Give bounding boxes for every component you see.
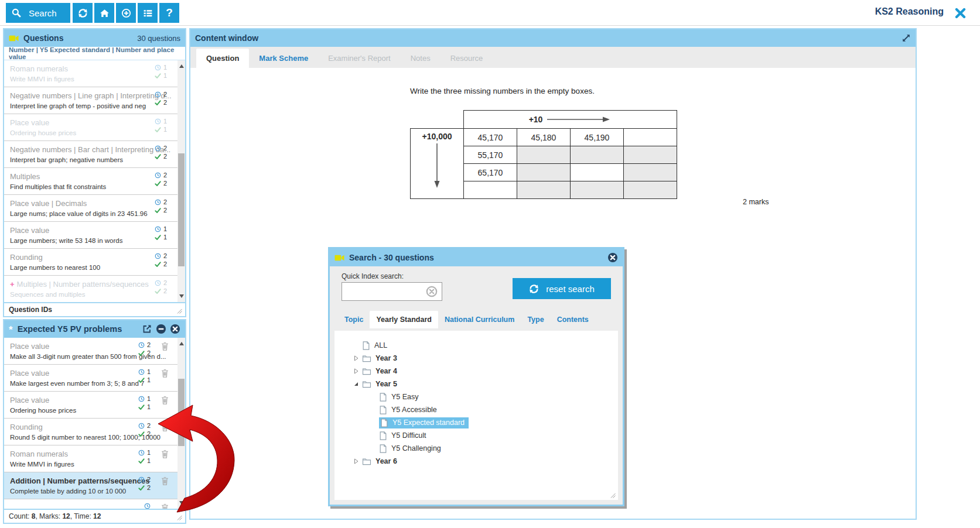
question-ids-label: Question IDs <box>9 306 52 314</box>
basket-list-item[interactable]: Roman numerals Write MMVI in figures 1 1 <box>4 445 177 472</box>
tab-contents[interactable]: Contents <box>551 311 595 328</box>
question-ids-bar[interactable]: Question IDs <box>4 302 185 316</box>
answer-box[interactable] <box>464 181 517 199</box>
questions-scrollbar[interactable] <box>177 60 185 302</box>
time-value: 2 <box>147 476 151 483</box>
tree-item-year-3[interactable]: Year 3 <box>334 352 618 365</box>
close-panel-icon[interactable] <box>170 324 180 334</box>
questions-panel: Questions 30 questions Number | Y5 Expec… <box>3 28 186 317</box>
tree-item-year-4[interactable]: Year 4 <box>334 365 618 378</box>
basket-list-item[interactable]: Place value Make largest even number fro… <box>4 365 177 392</box>
tree-item-y5-difficult[interactable]: Y5 Difficult <box>334 429 618 442</box>
question-title: Place value | Decimals <box>10 199 172 208</box>
question-list-item[interactable]: Roman numerals Write MMVI in figures 1 1 <box>4 60 177 87</box>
question-list-item[interactable]: Negative numbers | Bar chart | Interpret… <box>4 141 177 168</box>
time-icon <box>155 64 161 71</box>
answer-box[interactable] <box>624 129 677 146</box>
content-tabs: Question Mark Scheme Examiner's Report N… <box>190 47 916 68</box>
tree-item-all[interactable]: ALL <box>334 339 618 352</box>
scrollbar-thumb[interactable] <box>178 379 185 446</box>
basket-list-item[interactable]: Rounding Round 5 digit number to nearest… <box>4 419 177 445</box>
scrollbar-thumb[interactable] <box>178 153 185 266</box>
close-dialog-icon[interactable] <box>607 252 618 263</box>
chevron-right-icon[interactable] <box>353 458 362 465</box>
search-button[interactable]: Search <box>6 3 70 23</box>
tab-topic[interactable]: Topic <box>338 311 370 328</box>
time-value: 1 <box>147 395 151 402</box>
chevron-right-icon[interactable] <box>353 355 362 362</box>
delete-icon[interactable] <box>161 342 169 351</box>
chevron-down-icon[interactable] <box>353 380 362 388</box>
basket-list-item-selected[interactable]: Addition | Number patterns/sequences Com… <box>4 472 177 499</box>
expand-icon[interactable] <box>902 33 911 43</box>
marks-value: 2 <box>147 430 151 437</box>
content-window: Content window Question Mark Scheme Exam… <box>189 28 917 520</box>
basket-list-item[interactable]: Place value Make all 3-digit num greater… <box>4 338 177 365</box>
scroll-up-arrow[interactable] <box>179 64 184 68</box>
marks-icon <box>138 404 145 410</box>
basket-list-item-partial[interactable] <box>4 499 177 509</box>
time-value: 2 <box>163 91 167 98</box>
time-icon <box>138 396 145 402</box>
marks-value: 1 <box>163 72 167 79</box>
marks-value: 2 <box>163 260 167 268</box>
answer-box[interactable] <box>571 164 624 181</box>
tab-mark-scheme[interactable]: Mark Scheme <box>249 49 318 68</box>
tree-item-year-5[interactable]: Year 5 <box>334 378 618 390</box>
minimize-icon[interactable] <box>156 324 166 334</box>
time-icon <box>138 342 145 348</box>
delete-icon[interactable] <box>161 423 169 431</box>
open-in-window-icon[interactable] <box>142 324 152 334</box>
scroll-up-arrow[interactable] <box>179 342 184 345</box>
panel-icon <box>9 35 19 42</box>
question-list-item[interactable]: Negative numbers | Line graph | Interpre… <box>4 87 177 114</box>
refresh-button[interactable] <box>73 3 93 23</box>
tab-resource: Resource <box>441 49 493 68</box>
time-value: 2 <box>147 341 151 348</box>
delete-icon[interactable] <box>161 503 169 509</box>
star-icon: * <box>9 327 13 333</box>
basket-list-item[interactable]: Place value Ordering house prices 1 1 <box>4 392 177 419</box>
question-list-item[interactable]: Place value | Decimals Large nums; place… <box>4 195 177 222</box>
refresh-icon <box>78 8 88 18</box>
basket-panel-title: Expected Y5 PV problems <box>18 324 122 334</box>
tree-item-y5-easy[interactable]: Y5 Easy <box>334 390 618 403</box>
question-stats: 2 2 <box>155 198 167 214</box>
question-list-item[interactable]: Place value Large numbers; write 53 148 … <box>4 222 177 249</box>
help-button[interactable]: ? <box>159 3 179 23</box>
scroll-down-arrow[interactable] <box>179 501 184 505</box>
chevron-right-icon[interactable] <box>353 368 362 375</box>
question-list-item[interactable]: Multiples Find multiples that fit constr… <box>4 168 177 195</box>
question-list-item[interactable]: Rounding Large numbers to nearest 100 2 … <box>4 249 177 276</box>
search-button-label: Search <box>29 8 57 18</box>
tab-question[interactable]: Question <box>196 49 249 68</box>
delete-icon[interactable] <box>161 369 169 378</box>
question-list-item[interactable]: +Multiples | Number patterns/sequences S… <box>4 276 177 302</box>
resize-handle[interactable] <box>610 492 616 498</box>
marks-icon <box>155 288 161 294</box>
list-view-button[interactable] <box>138 3 158 23</box>
scroll-down-arrow[interactable] <box>179 294 184 298</box>
home-button[interactable] <box>94 3 114 23</box>
tab-national-curriculum[interactable]: National Curriculum <box>438 311 521 328</box>
delete-icon[interactable] <box>161 396 169 404</box>
basket-scrollbar[interactable] <box>177 338 185 509</box>
tree-item-y5-accessible[interactable]: Y5 Accessible <box>334 403 618 416</box>
tree-item-y5-challenging[interactable]: Y5 Challenging <box>334 442 618 455</box>
tree-item-y5-expected-standard[interactable]: Y5 Expected standard <box>334 416 618 429</box>
question-content: Write the three missing numbers in the e… <box>190 68 916 519</box>
tree-item-year-6[interactable]: Year 6 <box>334 455 618 468</box>
resize-handle[interactable] <box>176 308 182 314</box>
clear-search-icon[interactable] <box>426 286 438 297</box>
delete-icon[interactable] <box>161 476 169 485</box>
close-icon[interactable] <box>955 8 966 19</box>
questions-panel-title: Questions <box>23 33 63 43</box>
tab-yearly-standard[interactable]: Yearly Standard <box>370 311 438 328</box>
home-icon <box>100 8 110 18</box>
add-button[interactable] <box>116 3 136 23</box>
question-list-item[interactable]: Place value Ordering house prices 1 1 <box>4 114 177 141</box>
delete-icon[interactable] <box>161 450 169 458</box>
reset-search-button[interactable]: reset search <box>513 278 611 299</box>
tab-type[interactable]: Type <box>521 311 550 328</box>
resize-handle[interactable] <box>176 515 182 520</box>
